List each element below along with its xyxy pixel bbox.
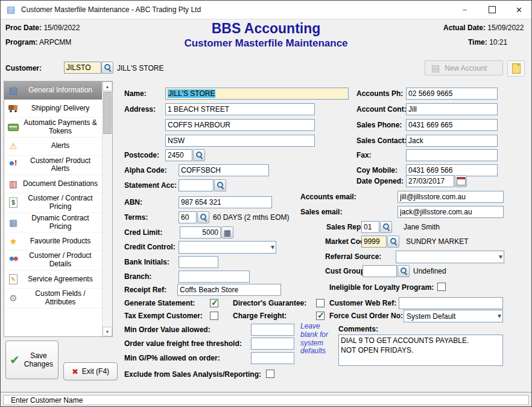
freight-free-threshold-input[interactable]: [251, 338, 294, 350]
truck-icon: [8, 104, 19, 113]
sidebar-item-label: Customer / Product Details: [21, 252, 100, 269]
customer-name-input[interactable]: JILL'S STORE: [165, 88, 349, 100]
coy-mobile-label: Coy Mobile:: [356, 166, 397, 175]
new-account-button[interactable]: New Account: [425, 60, 503, 75]
branch-input[interactable]: [179, 271, 250, 283]
customer-web-ref-label: Customer Web Ref:: [329, 299, 396, 307]
min-gp-input[interactable]: [251, 352, 294, 364]
postcode-lookup-button[interactable]: [193, 149, 205, 161]
close-icon: [516, 5, 522, 14]
sidebar-item-customer-product-alerts[interactable]: Customer/ Product Alerts: [4, 156, 102, 176]
fax-input[interactable]: [406, 149, 498, 161]
cred-limit-calculator-button[interactable]: [221, 226, 233, 239]
sidebar-item-label: Service Agreements: [21, 275, 100, 284]
terms-input[interactable]: [179, 211, 197, 223]
referral-source-select[interactable]: [396, 251, 504, 263]
credit-control-select[interactable]: [179, 241, 276, 254]
statement-acc-input[interactable]: [179, 179, 214, 191]
customer-web-ref-input[interactable]: [399, 297, 503, 309]
exit-button[interactable]: Exit (F4): [63, 362, 118, 380]
bank-initials-input[interactable]: [179, 256, 218, 268]
document-pen-icon: [9, 274, 17, 284]
accounts-email-input[interactable]: [397, 191, 504, 203]
exclude-sales-analysis-checkbox[interactable]: [266, 370, 274, 378]
sidebar-item-label: Customer/ Product Alerts: [21, 157, 100, 174]
sales-rep-input[interactable]: [361, 221, 379, 233]
min-order-value-input[interactable]: [251, 324, 294, 336]
close-button[interactable]: [505, 1, 532, 19]
date-opened-input[interactable]: [406, 175, 454, 187]
sidebar-item-service-agreements[interactable]: Service Agreements: [4, 271, 102, 289]
sales-rep-lookup-button[interactable]: [380, 221, 392, 233]
customer-label: Customer:: [5, 64, 42, 72]
sidebar-item-alerts[interactable]: Alerts: [4, 138, 102, 156]
accounts-ph-label: Accounts Ph:: [356, 89, 403, 98]
sales-contact-input[interactable]: [406, 135, 498, 147]
scrollbar-thumb[interactable]: [103, 92, 112, 134]
save-changes-button[interactable]: Save Changes: [5, 341, 59, 379]
comments-box[interactable]: DIAL 9 TO GET ACCOUNTS PAYABLE. NOT OPEN…: [338, 335, 503, 366]
ineligible-loyalty-checkbox[interactable]: [437, 283, 446, 291]
customer-name-selected-text: JILL'S STORE: [168, 89, 215, 98]
statement-acc-lookup-button[interactable]: [214, 179, 226, 191]
status-bar-inner: Enter Customer Name: [3, 395, 529, 405]
sidebar-item-dynamic-contract-pricing[interactable]: Dynamic Contract Pricing: [4, 213, 102, 233]
sidebar-item-automatic-payments[interactable]: Automatic Payments & Tokens: [4, 118, 102, 138]
sidebar-item-customer-product-details[interactable]: Customer / Product Details: [4, 251, 102, 271]
coy-mobile-input[interactable]: [406, 164, 498, 176]
minimize-button[interactable]: [451, 1, 478, 19]
actual-date: Actual Date: 15/09/2022: [443, 24, 524, 32]
sidebar-item-label: Custom Fields / Attributes: [21, 290, 100, 307]
terms-lookup-button[interactable]: [197, 211, 209, 223]
sidebar-scrollbar[interactable]: [102, 82, 112, 336]
customer-code-input[interactable]: [64, 62, 101, 74]
scroll-down-button[interactable]: [103, 327, 112, 336]
window-title: Customer Masterfile Maintenance - ABC Tr…: [21, 5, 201, 14]
tax-exempt-checkbox[interactable]: [210, 312, 218, 320]
postcode-input[interactable]: [165, 149, 192, 161]
save-check-icon: [10, 353, 20, 367]
market-code-lookup-button[interactable]: [387, 236, 399, 248]
address-line3-input[interactable]: [165, 135, 315, 147]
cred-limit-input[interactable]: [180, 226, 221, 239]
receipt-ref-input[interactable]: [177, 284, 281, 296]
address-line1-input[interactable]: [165, 103, 315, 115]
form-icon: [6, 85, 21, 96]
sidebar-item-custom-fields[interactable]: Custom Fields / Attributes: [4, 289, 102, 309]
sidebar-item-favourite-products[interactable]: Favourite Products: [4, 232, 102, 251]
customer-lookup-button[interactable]: [101, 62, 113, 74]
app-icon: [7, 4, 15, 15]
sales-email-input[interactable]: [397, 206, 504, 218]
cust-group-lookup-button[interactable]: [397, 265, 410, 277]
charge-freight-checkbox[interactable]: [316, 312, 325, 320]
directors-guarantee-checkbox[interactable]: [316, 299, 325, 307]
time-label: Time:: [468, 38, 487, 46]
sidebar-item-customer-contract-pricing[interactable]: Customer / Contract Pricing: [4, 193, 102, 213]
cust-group-label: Cust Group:: [325, 267, 367, 275]
force-cust-order-no-label: Force Cust Order No:: [329, 312, 403, 320]
market-code-input[interactable]: [361, 236, 387, 248]
cred-limit-label: Cred Limit:: [124, 228, 162, 237]
force-cust-order-no-select[interactable]: System Default: [404, 310, 503, 322]
accounts-ph-input[interactable]: [406, 88, 498, 100]
address-line2-input[interactable]: [165, 119, 315, 131]
scroll-up-button[interactable]: [103, 82, 112, 91]
sales-phone-input[interactable]: [406, 119, 498, 131]
exclude-sales-analysis-label: Exclude from Sales Analysis/Reporting:: [124, 370, 261, 379]
alpha-code-input[interactable]: [179, 164, 269, 176]
sidebar-item-general-information[interactable]: General Information: [4, 82, 102, 100]
people-alert-icon: [8, 161, 19, 169]
date-opened-calendar-button[interactable]: [455, 175, 467, 187]
account-cont-input[interactable]: [406, 103, 498, 115]
new-document-button[interactable]: [507, 60, 525, 77]
maximize-button[interactable]: [478, 1, 505, 19]
sidebar-item-document-destinations[interactable]: Document Destinations: [4, 175, 102, 193]
cust-group-input[interactable]: [363, 265, 397, 277]
people-icon: [8, 256, 19, 264]
sidebar-items: General Information Shipping/ Delivery A…: [4, 82, 102, 336]
abn-input[interactable]: [179, 196, 272, 208]
sidebar-item-shipping-delivery[interactable]: Shipping/ Delivery: [4, 100, 102, 118]
generate-statement-checkbox[interactable]: [210, 299, 218, 307]
dropdown-arrow-icon: [499, 252, 502, 261]
status-bar: Enter Customer Name: [1, 392, 531, 407]
